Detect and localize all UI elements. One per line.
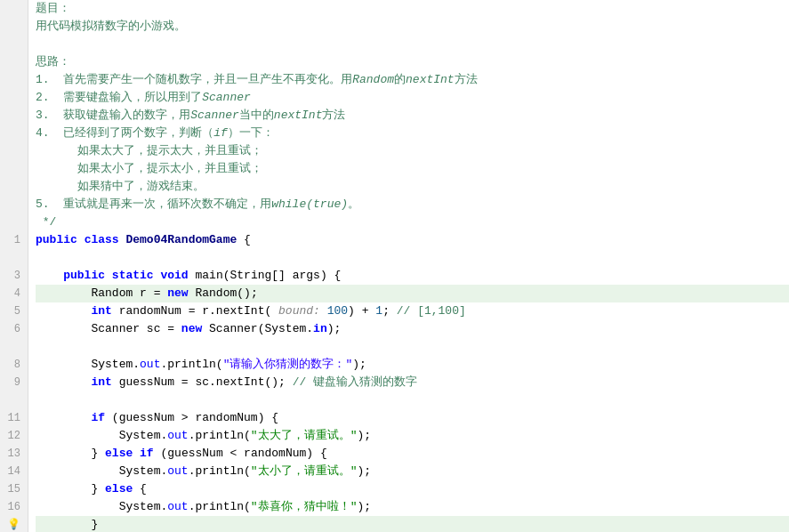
indent <box>36 480 91 498</box>
keyword-public: public <box>63 267 105 285</box>
bulb-icon: 💡 <box>7 517 20 532</box>
comment-text: 题目： <box>36 0 70 18</box>
code-line-comment-12: */ <box>36 214 789 231</box>
scanner-decl: Scanner sc = <box>91 320 181 338</box>
indent <box>36 498 119 516</box>
indent <box>36 516 91 532</box>
gutter-line-16: 16 <box>4 498 24 516</box>
code-line-comment-6: 3. 获取键盘输入的数字，用Scanner当中的nextInt方法 <box>36 107 789 125</box>
code-line-comment-3: 思路： <box>36 53 789 71</box>
keyword-int: int <box>91 302 111 320</box>
code-line-comment-2: 用代码模拟猜数字的小游戏。 <box>36 18 789 36</box>
indent <box>36 445 91 463</box>
number-1: 1 <box>375 302 382 320</box>
gutter-line-13: 13 <box>4 445 24 463</box>
gutter-line-11: 11 <box>4 409 24 427</box>
random-new: Random(); <box>195 285 257 302</box>
code-line-13: } else if (guessNum < randomNum) { <box>36 445 789 463</box>
gutter-line-15: 15 <box>4 480 24 498</box>
keyword-void: void <box>160 267 188 285</box>
gutter-line <box>4 0 24 18</box>
indent <box>36 302 91 320</box>
code-line-9: int guessNum = sc.nextInt(); // 键盘输入猜测的数… <box>36 374 789 391</box>
code-line-11: if (guessNum > randomNum) { <box>36 409 789 427</box>
gutter-line-1: 1 <box>4 231 24 249</box>
keyword-if: if <box>91 409 105 427</box>
out-keyword: out <box>140 356 160 374</box>
gutter-line <box>4 36 24 53</box>
brace: { <box>237 231 251 249</box>
string-too-big: "太大了，请重试。" <box>251 427 358 445</box>
keyword-public: public <box>36 231 77 249</box>
code-line-17: } <box>36 516 789 532</box>
code-content: 题目： 用代码模拟猜数字的小游戏。 思路： 1. 首先需要产生一个随机数字，并且… <box>28 0 789 532</box>
comment-text: 3. 获取键盘输入的数字，用Scanner当中的nextInt方法 <box>36 107 345 125</box>
line-gutter: 1 3 4 5 6 8 9 11 12 13 14 15 16 💡 19 <box>0 0 28 532</box>
system-out: System. <box>91 356 140 374</box>
gutter-line <box>4 89 24 107</box>
indent <box>36 356 91 374</box>
code-line-blank-1 <box>36 36 789 53</box>
string-win: "恭喜你，猜中啦！" <box>251 498 358 516</box>
string-too-small: "太小了，请重试。" <box>251 463 358 480</box>
code-line-16: System.out.println("恭喜你，猜中啦！"); <box>36 498 789 516</box>
code-line-comment-7: 4. 已经得到了两个数字，判断（if）一下： <box>36 125 789 142</box>
comment-text: 如果太大了，提示太大，并且重试； <box>36 142 262 160</box>
number-100: 100 <box>327 302 348 320</box>
code-line-comment-9: 如果太小了，提示太小，并且重试； <box>36 160 789 178</box>
space <box>119 231 126 249</box>
code-line-comment-10: 如果猜中了，游戏结束。 <box>36 178 789 196</box>
gutter-line <box>4 71 24 89</box>
var-random: Random r <box>91 285 153 302</box>
gutter-line <box>4 18 24 36</box>
gutter-line <box>4 125 24 142</box>
gutter-line <box>4 196 24 214</box>
keyword-in: in <box>313 320 327 338</box>
gutter-line <box>4 214 24 231</box>
code-line-10-blank <box>36 391 789 409</box>
code-line-comment-1: 题目： <box>36 0 789 18</box>
comment-text: 5. 重试就是再来一次，循环次数不确定，用while(true)。 <box>36 196 359 214</box>
indent <box>36 320 91 338</box>
comment-text: 如果猜中了，游戏结束。 <box>36 178 205 196</box>
param-hint: bound: <box>271 302 326 320</box>
indent <box>36 427 119 445</box>
code-line-3: public static void main(String[] args) { <box>36 267 789 285</box>
gutter-line-6: 6 <box>4 320 24 338</box>
system-out-4: System. <box>119 498 168 516</box>
keyword-else: else <box>105 445 133 463</box>
comment-text: */ <box>36 214 56 231</box>
gutter-line-14: 14 <box>4 463 24 480</box>
keyword-class: class <box>85 231 119 249</box>
comment-text: 思路： <box>36 53 70 71</box>
editor-container: 1 3 4 5 6 8 9 11 12 13 14 15 16 💡 19 题目： <box>0 0 789 532</box>
space <box>77 231 85 249</box>
indent <box>36 463 119 480</box>
code-line-7-blank <box>36 338 789 356</box>
gutter-line-5: 5 <box>4 302 24 320</box>
closing-brace: } <box>91 516 98 532</box>
code-line-15: } else { <box>36 480 789 498</box>
keyword-new2: new <box>181 320 202 338</box>
indent <box>36 409 91 427</box>
system-out-3: System. <box>119 463 168 480</box>
gutter-line <box>4 178 24 196</box>
gutter-line <box>4 107 24 125</box>
code-area: 1 3 4 5 6 8 9 11 12 13 14 15 16 💡 19 题目： <box>0 0 789 532</box>
keyword-int2: int <box>91 374 111 391</box>
gutter-line-2 <box>4 249 24 267</box>
keyword-else2: else <box>105 480 133 498</box>
code-line-4: Random r = new Random(); <box>36 285 789 302</box>
string-prompt: "请输入你猜测的数字：" <box>223 356 353 374</box>
gutter-line-4: 4 <box>4 285 24 302</box>
out-keyword-2: out <box>167 427 188 445</box>
comment-text: 2. 需要键盘输入，所以用到了Scanner <box>36 89 251 107</box>
indent <box>36 285 91 302</box>
code-line-12: System.out.println("太大了，请重试。"); <box>36 427 789 445</box>
keyword-new: new <box>167 285 188 302</box>
code-line-comment-5: 2. 需要键盘输入，所以用到了Scanner <box>36 89 789 107</box>
gutter-line <box>4 142 24 160</box>
gutter-line-9: 9 <box>4 374 24 391</box>
keyword-static: static <box>112 267 154 285</box>
gutter-line <box>4 160 24 178</box>
